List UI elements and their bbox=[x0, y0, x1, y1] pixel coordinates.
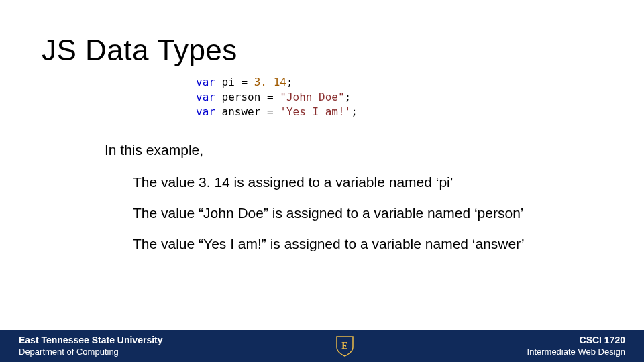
keyword: var bbox=[196, 90, 215, 103]
string-literal: 'Yes I am!' bbox=[280, 105, 351, 118]
identifier: person bbox=[222, 90, 261, 103]
string-literal: "John Doe" bbox=[280, 90, 344, 103]
bullet-item: The value “Yes I am!” is assigned to a v… bbox=[133, 231, 525, 257]
keyword: var bbox=[196, 76, 215, 88]
shield-icon: E bbox=[335, 335, 354, 357]
footer-course-code: CSCI 1720 bbox=[527, 335, 625, 347]
bullet-item: The value 3. 14 is assigned to a variabl… bbox=[133, 169, 525, 196]
footer-center: E bbox=[163, 335, 527, 357]
number-literal: 3. 14 bbox=[254, 76, 286, 88]
footer-bar: East Tennessee State University Departme… bbox=[0, 330, 644, 362]
footer-department: Department of Computing bbox=[19, 347, 163, 357]
code-line-2: var person = "John Doe"; bbox=[196, 90, 358, 105]
operator: = bbox=[267, 105, 274, 118]
code-line-1: var pi = 3. 14; bbox=[196, 75, 358, 90]
code-block: var pi = 3. 14; var person = "John Doe";… bbox=[196, 75, 358, 119]
slide-title: JS Data Types bbox=[42, 34, 237, 67]
intro-text: In this example, bbox=[105, 141, 203, 160]
footer-course-name: Intermediate Web Design bbox=[527, 347, 625, 357]
footer-university: East Tennessee State University bbox=[19, 335, 163, 347]
semicolon: ; bbox=[351, 105, 358, 118]
footer-right: CSCI 1720 Intermediate Web Design bbox=[527, 335, 644, 357]
code-line-3: var answer = 'Yes I am!'; bbox=[196, 105, 358, 119]
bullet-list: The value 3. 14 is assigned to a variabl… bbox=[133, 169, 525, 261]
operator: = bbox=[267, 90, 274, 103]
semicolon: ; bbox=[345, 90, 352, 103]
shield-letter: E bbox=[341, 341, 347, 351]
keyword: var bbox=[196, 105, 215, 118]
bullet-item: The value “John Doe” is assigned to a va… bbox=[133, 200, 525, 227]
identifier: pi bbox=[222, 76, 235, 88]
identifier: answer bbox=[222, 105, 261, 118]
operator: = bbox=[241, 76, 248, 88]
slide: JS Data Types var pi = 3. 14; var person… bbox=[0, 0, 644, 362]
semicolon: ; bbox=[286, 76, 293, 88]
footer-left: East Tennessee State University Departme… bbox=[0, 335, 163, 357]
